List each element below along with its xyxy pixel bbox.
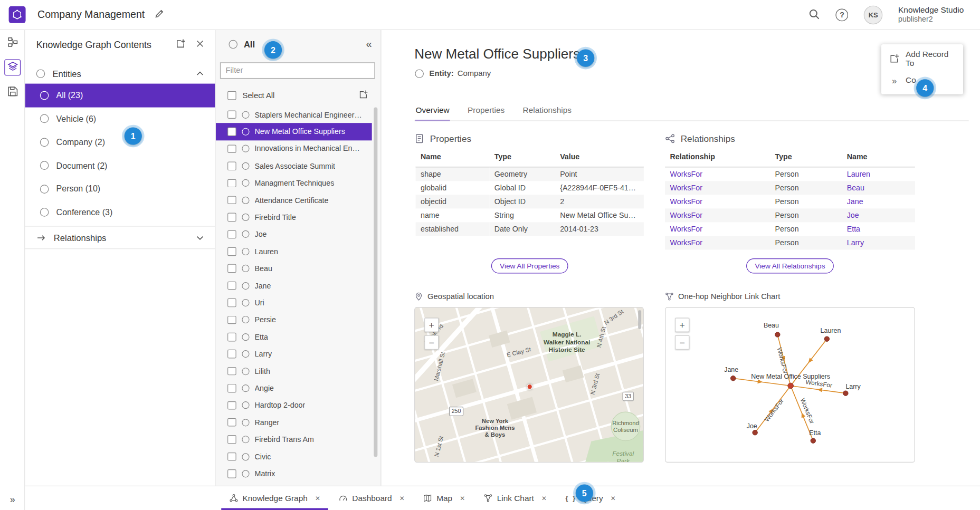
list-item[interactable]: Hardtop 2-door <box>216 397 372 413</box>
bottom-tab-link-chart[interactable]: Link Chart✕ <box>474 486 556 510</box>
filter-input[interactable] <box>220 62 375 79</box>
record-link[interactable]: WorksFor <box>670 225 765 234</box>
bottom-tab-knowledge-graph[interactable]: Knowledge Graph✕ <box>220 486 330 510</box>
list-item[interactable]: Innovations in Mechanical Engin… <box>216 140 372 157</box>
list-item[interactable]: Managment Techniques <box>216 175 372 191</box>
record-link[interactable]: Jane <box>847 197 910 206</box>
list-item[interactable]: Beau <box>216 260 372 277</box>
entity-type-item[interactable]: Company (2) <box>25 130 215 153</box>
expand-panel-icon[interactable]: » <box>0 494 25 504</box>
menu-item-add-record-to[interactable]: Add Record To <box>881 47 963 69</box>
item-checkbox[interactable] <box>227 128 236 136</box>
graph-node[interactable] <box>730 376 735 381</box>
item-checkbox[interactable] <box>227 384 236 392</box>
zoom-out-button[interactable]: − <box>424 335 439 350</box>
app-logo-icon[interactable] <box>9 6 26 23</box>
item-checkbox[interactable] <box>227 401 236 410</box>
record-link[interactable]: WorksFor <box>670 210 765 219</box>
graph-node[interactable] <box>753 430 757 435</box>
relationships-section-header[interactable]: Relationships <box>25 226 215 249</box>
list-item[interactable]: Larry <box>216 345 372 362</box>
edit-title-button[interactable] <box>154 9 164 21</box>
record-link[interactable]: Beau <box>847 183 910 192</box>
item-checkbox[interactable] <box>227 350 236 358</box>
list-item[interactable]: Lilith <box>216 363 372 380</box>
list-item[interactable]: Attendance Certificate <box>216 191 372 208</box>
list-item[interactable]: Sales Associate Summit <box>216 157 372 174</box>
list-item[interactable]: Civic <box>216 448 372 465</box>
record-tab-overview[interactable]: Overview <box>415 100 450 121</box>
graph-node[interactable] <box>811 438 815 443</box>
link-chart[interactable]: WorksForBeauLaurenJaneWorksForLarryWorks… <box>665 307 915 463</box>
record-tab-relationships[interactable]: Relationships <box>522 100 572 121</box>
item-checkbox[interactable] <box>227 315 236 324</box>
record-link[interactable]: Etta <box>847 225 910 234</box>
new-record-button[interactable] <box>176 39 186 50</box>
help-button[interactable]: ? <box>836 8 849 21</box>
user-avatar[interactable]: KS <box>864 5 883 24</box>
bottom-tab-map[interactable]: Map✕ <box>414 486 475 510</box>
view-all-properties-button[interactable]: View All Properties <box>491 258 568 273</box>
record-link[interactable]: Larry <box>847 238 910 247</box>
entity-type-item[interactable]: Person (10) <box>25 177 215 200</box>
record-link[interactable]: Lauren <box>847 170 910 179</box>
zoom-in-button[interactable]: + <box>675 317 689 332</box>
record-link[interactable]: WorksFor <box>670 183 765 192</box>
list-item[interactable]: Etta <box>216 329 372 345</box>
item-checkbox[interactable] <box>227 179 236 187</box>
record-link[interactable]: Joe <box>847 210 910 219</box>
record-link[interactable]: WorksFor <box>670 170 765 179</box>
zoom-out-button[interactable]: − <box>675 335 689 350</box>
entities-section-header[interactable]: Entities <box>25 64 215 84</box>
list-item[interactable]: Uri <box>216 294 372 311</box>
record-tab-properties[interactable]: Properties <box>467 100 506 121</box>
list-item[interactable]: New Metal Office Suppliers <box>216 123 372 140</box>
list-item[interactable]: Jane <box>216 277 372 294</box>
item-checkbox[interactable] <box>227 264 236 273</box>
item-checkbox[interactable] <box>227 435 236 444</box>
item-checkbox[interactable] <box>227 469 236 478</box>
list-item[interactable]: Firebird Title <box>216 209 372 226</box>
scrollbar[interactable] <box>374 108 377 457</box>
save-icon[interactable] <box>4 84 21 101</box>
item-checkbox[interactable] <box>227 110 236 119</box>
item-checkbox[interactable] <box>227 213 236 222</box>
graph-node[interactable] <box>775 332 780 337</box>
graph-node-center[interactable] <box>788 383 794 389</box>
entity-type-item[interactable]: Conference (3) <box>25 201 215 224</box>
close-tab-icon[interactable]: ✕ <box>315 495 320 502</box>
list-item[interactable]: Lauren <box>216 243 372 260</box>
record-link[interactable]: WorksFor <box>670 238 765 247</box>
select-all-checkbox[interactable] <box>227 91 236 100</box>
data-model-icon[interactable] <box>4 35 21 51</box>
item-checkbox[interactable] <box>227 230 236 238</box>
zoom-in-button[interactable]: + <box>424 317 439 332</box>
entity-type-item[interactable]: Vehicle (6) <box>25 107 215 130</box>
close-tab-icon[interactable]: ✕ <box>541 495 547 502</box>
collapse-panel-button[interactable]: « <box>366 38 372 51</box>
entity-type-item[interactable]: Document (2) <box>25 154 215 177</box>
list-item[interactable]: Angie <box>216 380 372 397</box>
close-panel-button[interactable] <box>195 39 205 50</box>
map[interactable]: Brook RdN 3rd StMaggie L. Walker Nationa… <box>414 307 644 463</box>
close-tab-icon[interactable]: ✕ <box>460 495 465 502</box>
map-scrollbar[interactable] <box>638 310 641 329</box>
entity-type-item[interactable]: All (23) <box>25 84 215 107</box>
item-checkbox[interactable] <box>227 453 236 461</box>
list-item[interactable]: Ranger <box>216 414 372 431</box>
graph-node[interactable] <box>824 336 829 341</box>
view-all-relationships-button[interactable]: View All Relationships <box>746 258 834 273</box>
close-tab-icon[interactable]: ✕ <box>611 495 616 502</box>
contents-layers-icon[interactable] <box>4 59 21 75</box>
record-link[interactable]: WorksFor <box>670 197 765 206</box>
item-checkbox[interactable] <box>227 145 236 153</box>
item-checkbox[interactable] <box>227 299 236 307</box>
search-button[interactable] <box>808 8 821 22</box>
list-item[interactable]: Persie <box>216 311 372 328</box>
item-checkbox[interactable] <box>227 333 236 341</box>
list-item[interactable]: Matrix <box>216 465 372 482</box>
add-record-button[interactable] <box>359 90 368 101</box>
close-tab-icon[interactable]: ✕ <box>399 495 405 502</box>
list-item[interactable]: Firebird Trans Am <box>216 431 372 448</box>
item-checkbox[interactable] <box>227 418 236 427</box>
